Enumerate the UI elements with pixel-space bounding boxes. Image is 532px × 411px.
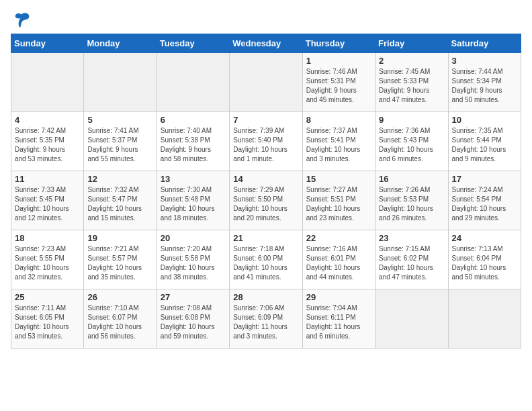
calendar-cell: 1Sunrise: 7:46 AM Sunset: 5:31 PM Daylig… [302, 53, 375, 112]
day-info: Sunrise: 7:27 AM Sunset: 5:51 PM Dayligh… [306, 185, 371, 223]
weekday-header: Monday [84, 34, 157, 53]
calendar-cell: 11Sunrise: 7:33 AM Sunset: 5:45 PM Dayli… [11, 171, 84, 230]
calendar-cell [11, 53, 84, 112]
day-number: 23 [379, 233, 444, 243]
calendar-cell: 25Sunrise: 7:11 AM Sunset: 6:05 PM Dayli… [11, 289, 84, 349]
day-info: Sunrise: 7:10 AM Sunset: 6:07 PM Dayligh… [87, 304, 152, 341]
calendar-cell: 16Sunrise: 7:26 AM Sunset: 5:53 PM Dayli… [375, 171, 448, 230]
day-number: 25 [15, 292, 80, 302]
day-info: Sunrise: 7:11 AM Sunset: 6:05 PM Dayligh… [15, 304, 80, 341]
calendar-cell: 17Sunrise: 7:24 AM Sunset: 5:54 PM Dayli… [448, 171, 521, 230]
day-info: Sunrise: 7:21 AM Sunset: 5:57 PM Dayligh… [87, 244, 152, 282]
day-number: 15 [306, 174, 371, 184]
calendar-cell: 12Sunrise: 7:32 AM Sunset: 5:47 PM Dayli… [84, 171, 157, 230]
calendar-cell: 8Sunrise: 7:37 AM Sunset: 5:41 PM Daylig… [302, 112, 375, 171]
day-info: Sunrise: 7:44 AM Sunset: 5:34 PM Dayligh… [452, 67, 517, 105]
day-info: Sunrise: 7:46 AM Sunset: 5:31 PM Dayligh… [306, 67, 371, 105]
day-info: Sunrise: 7:36 AM Sunset: 5:43 PM Dayligh… [379, 126, 444, 164]
day-info: Sunrise: 7:35 AM Sunset: 5:44 PM Dayligh… [452, 126, 517, 164]
day-info: Sunrise: 7:39 AM Sunset: 5:40 PM Dayligh… [233, 126, 298, 164]
day-number: 24 [452, 233, 517, 243]
day-number: 12 [87, 174, 152, 184]
day-number: 13 [161, 174, 226, 184]
day-number: 17 [452, 174, 517, 184]
day-info: Sunrise: 7:13 AM Sunset: 6:04 PM Dayligh… [452, 244, 517, 282]
day-number: 9 [379, 115, 444, 125]
day-info: Sunrise: 7:40 AM Sunset: 5:38 PM Dayligh… [161, 126, 226, 164]
day-number: 6 [161, 115, 226, 125]
day-info: Sunrise: 7:30 AM Sunset: 5:48 PM Dayligh… [161, 185, 226, 223]
day-info: Sunrise: 7:06 AM Sunset: 6:09 PM Dayligh… [233, 304, 298, 341]
day-number: 19 [87, 233, 152, 243]
day-info: Sunrise: 7:16 AM Sunset: 6:01 PM Dayligh… [306, 244, 371, 282]
calendar-cell: 2Sunrise: 7:45 AM Sunset: 5:33 PM Daylig… [375, 53, 448, 112]
calendar-cell: 9Sunrise: 7:36 AM Sunset: 5:43 PM Daylig… [375, 112, 448, 171]
calendar-cell [230, 53, 302, 112]
day-number: 29 [306, 292, 371, 302]
day-number: 21 [233, 233, 298, 243]
day-number: 26 [87, 292, 152, 302]
calendar-cell: 20Sunrise: 7:20 AM Sunset: 5:58 PM Dayli… [157, 230, 229, 289]
calendar-cell: 22Sunrise: 7:16 AM Sunset: 6:01 PM Dayli… [302, 230, 375, 289]
day-info: Sunrise: 7:37 AM Sunset: 5:41 PM Dayligh… [306, 126, 371, 164]
calendar-cell: 10Sunrise: 7:35 AM Sunset: 5:44 PM Dayli… [448, 112, 521, 171]
day-info: Sunrise: 7:42 AM Sunset: 5:35 PM Dayligh… [15, 126, 80, 164]
day-number: 14 [233, 174, 298, 184]
calendar-cell: 15Sunrise: 7:27 AM Sunset: 5:51 PM Dayli… [302, 171, 375, 230]
calendar-cell: 19Sunrise: 7:21 AM Sunset: 5:57 PM Dayli… [84, 230, 157, 289]
calendar-cell: 18Sunrise: 7:23 AM Sunset: 5:55 PM Dayli… [11, 230, 84, 289]
calendar-cell: 21Sunrise: 7:18 AM Sunset: 6:00 PM Dayli… [230, 230, 302, 289]
day-info: Sunrise: 7:41 AM Sunset: 5:37 PM Dayligh… [87, 126, 152, 164]
calendar-cell: 13Sunrise: 7:30 AM Sunset: 5:48 PM Dayli… [157, 171, 229, 230]
weekday-header: Friday [375, 34, 448, 53]
calendar-cell [157, 53, 229, 112]
day-info: Sunrise: 7:15 AM Sunset: 6:02 PM Dayligh… [379, 244, 444, 282]
calendar-cell [448, 289, 521, 349]
calendar-table: SundayMondayTuesdayWednesdayThursdayFrid… [11, 34, 521, 349]
calendar-cell: 3Sunrise: 7:44 AM Sunset: 5:34 PM Daylig… [448, 53, 521, 112]
weekday-header: Sunday [11, 34, 84, 53]
day-number: 28 [233, 292, 298, 302]
day-number: 18 [15, 233, 80, 243]
day-info: Sunrise: 7:20 AM Sunset: 5:58 PM Dayligh… [161, 244, 226, 282]
calendar-cell: 14Sunrise: 7:29 AM Sunset: 5:50 PM Dayli… [230, 171, 302, 230]
calendar-cell: 29Sunrise: 7:04 AM Sunset: 6:11 PM Dayli… [302, 289, 375, 349]
day-info: Sunrise: 7:29 AM Sunset: 5:50 PM Dayligh… [233, 185, 298, 223]
day-number: 2 [379, 56, 444, 66]
calendar-cell: 27Sunrise: 7:08 AM Sunset: 6:08 PM Dayli… [157, 289, 229, 349]
day-info: Sunrise: 7:18 AM Sunset: 6:00 PM Dayligh… [233, 244, 298, 282]
day-info: Sunrise: 7:45 AM Sunset: 5:33 PM Dayligh… [379, 67, 444, 105]
day-number: 16 [379, 174, 444, 184]
day-info: Sunrise: 7:26 AM Sunset: 5:53 PM Dayligh… [379, 185, 444, 223]
day-info: Sunrise: 7:32 AM Sunset: 5:47 PM Dayligh… [87, 185, 152, 223]
calendar-cell: 26Sunrise: 7:10 AM Sunset: 6:07 PM Dayli… [84, 289, 157, 349]
day-number: 5 [87, 115, 152, 125]
day-number: 27 [161, 292, 226, 302]
day-number: 1 [306, 56, 371, 66]
day-number: 11 [15, 174, 80, 184]
calendar-cell [84, 53, 157, 112]
calendar-cell: 4Sunrise: 7:42 AM Sunset: 5:35 PM Daylig… [11, 112, 84, 171]
calendar-cell: 24Sunrise: 7:13 AM Sunset: 6:04 PM Dayli… [448, 230, 521, 289]
day-number: 3 [452, 56, 517, 66]
calendar-cell: 7Sunrise: 7:39 AM Sunset: 5:40 PM Daylig… [230, 112, 302, 171]
weekday-header: Tuesday [157, 34, 229, 53]
day-number: 7 [233, 115, 298, 125]
day-info: Sunrise: 7:08 AM Sunset: 6:08 PM Dayligh… [161, 304, 226, 341]
day-number: 20 [161, 233, 226, 243]
day-info: Sunrise: 7:24 AM Sunset: 5:54 PM Dayligh… [452, 185, 517, 223]
calendar-cell: 6Sunrise: 7:40 AM Sunset: 5:38 PM Daylig… [157, 112, 229, 171]
calendar-cell: 23Sunrise: 7:15 AM Sunset: 6:02 PM Dayli… [375, 230, 448, 289]
calendar-cell: 28Sunrise: 7:06 AM Sunset: 6:09 PM Dayli… [230, 289, 302, 349]
day-number: 4 [15, 115, 80, 125]
day-info: Sunrise: 7:04 AM Sunset: 6:11 PM Dayligh… [306, 304, 371, 341]
header [11, 11, 521, 26]
day-number: 22 [306, 233, 371, 243]
day-info: Sunrise: 7:23 AM Sunset: 5:55 PM Dayligh… [15, 244, 80, 282]
weekday-header: Thursday [302, 34, 375, 53]
day-number: 8 [306, 115, 371, 125]
calendar-cell: 5Sunrise: 7:41 AM Sunset: 5:37 PM Daylig… [84, 112, 157, 171]
weekday-header: Saturday [448, 34, 521, 53]
day-info: Sunrise: 7:33 AM Sunset: 5:45 PM Dayligh… [15, 185, 80, 223]
calendar-cell [375, 289, 448, 349]
